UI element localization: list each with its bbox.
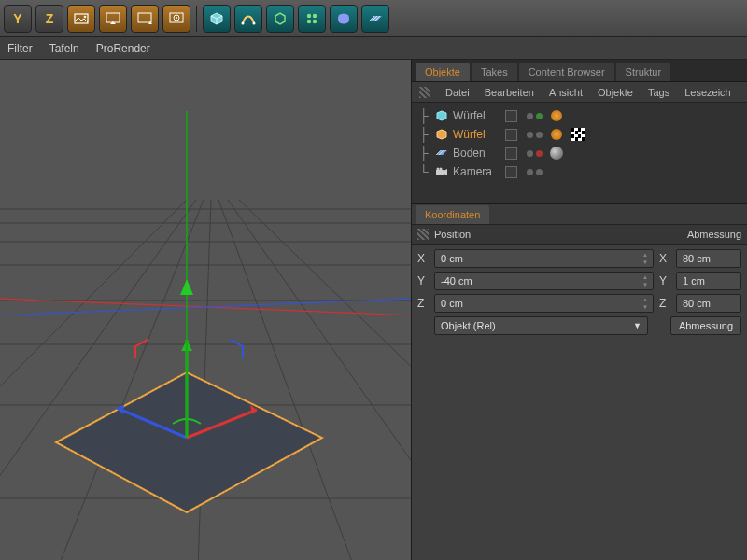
stepper-up-icon[interactable]: ▲ [640, 296, 651, 303]
abmessung-button[interactable]: Abmessung [670, 316, 741, 335]
coord-mode-select[interactable]: Objekt (Rel)▼ [434, 316, 648, 335]
add-generator-button[interactable] [266, 5, 294, 33]
om-menu-lesezeichen[interactable]: Lesezeich [684, 87, 731, 98]
cube-icon [434, 108, 449, 123]
render-region-button[interactable] [99, 5, 127, 33]
visibility-dots[interactable] [527, 169, 543, 175]
svg-line-23 [0, 200, 187, 560]
phong-tag-icon[interactable] [549, 127, 564, 142]
svg-point-11 [307, 13, 311, 17]
panel-drag-handle-icon[interactable] [419, 87, 430, 98]
coord-row-x: X 0 cm▲▼ X 80 cm [417, 248, 741, 269]
svg-point-44 [437, 168, 440, 171]
tab-objekte[interactable]: Objekte [416, 63, 470, 81]
tab-koordinaten[interactable]: Koordinaten [416, 205, 489, 224]
object-manager-menu: Datei Bearbeiten Ansicht Objekte Tags Le… [412, 82, 747, 103]
om-menu-ansicht[interactable]: Ansicht [549, 87, 583, 98]
svg-marker-32 [56, 372, 322, 512]
coordinates-columns: Position Abmessung [412, 224, 747, 245]
coord-row-z: Z 0 cm▲▼ Z 80 cm [417, 293, 741, 314]
tab-takes[interactable]: Takes [472, 63, 517, 81]
add-floor-button[interactable] [361, 5, 389, 33]
tree-item-label: Würfel [453, 128, 500, 141]
tree-item-wuerfel-1[interactable]: ├ Würfel [417, 106, 741, 125]
dimension-y-field[interactable]: 1 cm [676, 272, 741, 290]
material-tag-icon[interactable] [549, 146, 564, 161]
svg-point-13 [307, 19, 311, 22]
svg-marker-43 [444, 169, 447, 175]
position-y-field[interactable]: -40 cm▲▼ [434, 272, 654, 290]
object-manager-tabs: Objekte Takes Content Browser Struktur [412, 60, 747, 82]
chevron-down-icon: ▼ [633, 321, 641, 330]
layer-checkbox[interactable] [505, 166, 517, 178]
tab-struktur[interactable]: Struktur [616, 63, 671, 81]
add-deformer-button[interactable] [330, 5, 358, 33]
render-image-button[interactable] [67, 5, 95, 33]
layer-checkbox[interactable] [505, 110, 517, 122]
om-menu-datei[interactable]: Datei [445, 87, 470, 98]
object-tree: ├ Würfel ├ Würfel ├ Boden [412, 103, 747, 185]
tree-item-boden[interactable]: ├ Boden [417, 144, 741, 162]
render-settings-button[interactable] [162, 5, 190, 33]
om-menu-tags[interactable]: Tags [648, 87, 669, 98]
tree-item-wuerfel-2[interactable]: ├ Würfel [417, 125, 741, 144]
position-x-field[interactable]: 0 cm▲▼ [434, 249, 654, 268]
axis-x-label: X [417, 252, 429, 265]
layer-checkbox[interactable] [505, 129, 517, 141]
om-menu-bearbeiten[interactable]: Bearbeiten [485, 87, 534, 98]
axis-y-label: Y [417, 274, 429, 287]
dim-x-label: X [659, 252, 670, 265]
svg-point-45 [440, 168, 443, 171]
add-spline-button[interactable] [234, 5, 262, 33]
svg-point-1 [84, 15, 87, 18]
axis-z-button[interactable]: Z [35, 5, 63, 33]
svg-point-12 [313, 13, 317, 17]
cube-selected-icon [434, 127, 449, 142]
render-view-button[interactable] [131, 5, 159, 33]
camera-icon [434, 164, 449, 179]
svg-marker-41 [180, 279, 193, 295]
layer-checkbox[interactable] [505, 147, 517, 160]
add-array-button[interactable] [298, 5, 326, 33]
svg-rect-42 [436, 170, 444, 175]
tree-branch-icon: ├ [417, 108, 430, 123]
visibility-dots[interactable] [527, 113, 543, 119]
3d-viewport[interactable] [0, 60, 411, 560]
tree-item-label: Boden [453, 147, 500, 160]
stepper-down-icon[interactable]: ▼ [640, 281, 651, 288]
svg-rect-4 [138, 13, 151, 22]
panel-drag-handle-icon[interactable] [417, 229, 429, 240]
add-cube-button[interactable] [203, 5, 231, 33]
menu-tafeln[interactable]: Tafeln [49, 42, 79, 55]
coordinates-tabs: Koordinaten [412, 203, 747, 224]
om-menu-objekte[interactable]: Objekte [598, 87, 633, 98]
tree-item-kamera[interactable]: └ Kamera [417, 162, 741, 181]
stepper-up-icon[interactable]: ▲ [640, 251, 651, 259]
visibility-dots[interactable] [527, 150, 543, 157]
coord-row-y: Y -40 cm▲▼ Y 1 cm [417, 271, 741, 291]
right-panel: Objekte Takes Content Browser Struktur D… [411, 60, 747, 560]
position-z-field[interactable]: 0 cm▲▼ [434, 294, 654, 313]
phong-tag-icon[interactable] [549, 108, 564, 123]
svg-point-14 [313, 19, 317, 22]
svg-line-29 [239, 200, 411, 560]
coordinates-body: X 0 cm▲▼ X 80 cm Y -40 cm▲▼ Y 1 cm Z 0 c… [412, 245, 747, 560]
coord-row-mode: Objekt (Rel)▼ Abmessung [417, 315, 741, 336]
axis-y-button[interactable]: Y [4, 5, 32, 33]
svg-line-28 [228, 200, 411, 560]
texture-tag-icon[interactable] [571, 127, 585, 142]
menu-prorender[interactable]: ProRender [96, 42, 150, 55]
axis-z-label: Z [417, 297, 429, 310]
svg-point-10 [253, 21, 256, 24]
dimension-x-field[interactable]: 80 cm [676, 249, 741, 268]
stepper-up-icon[interactable]: ▲ [640, 273, 651, 281]
svg-point-8 [176, 17, 177, 19]
dimension-z-field[interactable]: 80 cm [676, 294, 741, 313]
visibility-dots[interactable] [527, 132, 543, 138]
stepper-down-icon[interactable]: ▼ [640, 303, 651, 311]
menu-filter[interactable]: Filter [7, 42, 33, 55]
stepper-down-icon[interactable]: ▼ [640, 259, 651, 266]
tab-content-browser[interactable]: Content Browser [519, 63, 614, 81]
col-position-label: Position [434, 229, 471, 240]
tree-branch-icon: ├ [417, 127, 430, 142]
